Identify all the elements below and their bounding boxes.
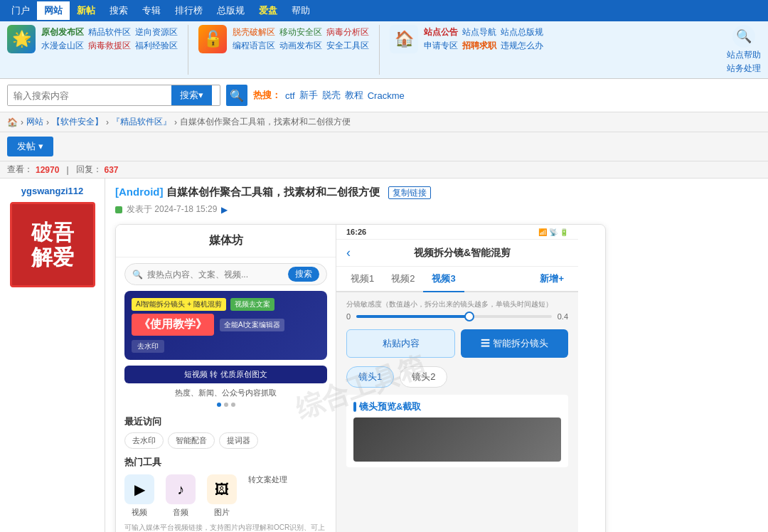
audio-icon[interactable]: ♪	[166, 474, 196, 504]
avatar-line1: 破吾	[31, 220, 74, 244]
nav-aipan[interactable]: 爱盘	[252, 1, 284, 20]
clip-tab-2[interactable]: 镜头2	[400, 366, 447, 388]
image-label: 图片	[214, 507, 230, 518]
stats-bar: 查看： 12970 | 回复： 637	[0, 161, 768, 179]
slider-track[interactable]	[356, 315, 552, 318]
post-title-row: [Android] 自媒体创作聚合工具箱，找素材和二创很方便 复制链接	[115, 186, 758, 199]
promo-virus[interactable]: 病毒分析区	[326, 26, 369, 38]
nav-newpost[interactable]: 新帖	[70, 1, 102, 20]
avatar-line2: 解爱	[31, 245, 74, 269]
hot-item-image: 🖼 图片	[207, 474, 237, 518]
image-icon[interactable]: 🖼	[207, 474, 237, 504]
avatar: 破吾 解爱	[10, 202, 95, 287]
promo-apply[interactable]: 申请专区	[424, 40, 458, 52]
breadcrumb-home[interactable]: 🏠	[7, 117, 18, 127]
promo-mobile[interactable]: 移动安全区	[279, 26, 322, 38]
promo-unpack[interactable]: 脱壳破解区	[233, 26, 275, 38]
split-btn[interactable]: ☰ 智能拆分镜头	[461, 329, 568, 358]
view-value: 12970	[36, 165, 59, 175]
promo-water[interactable]: 水漫金山区	[41, 40, 84, 52]
back-icon[interactable]: ‹	[346, 245, 351, 260]
promo-programming[interactable]: 编程语言区	[233, 40, 275, 52]
audio-label: 音频	[173, 507, 188, 518]
promo-reverse[interactable]: 逆向资源区	[135, 26, 178, 38]
search-input[interactable]	[8, 85, 171, 105]
main-layout: ygswangzi112 破吾 解爱 [Android] 自媒体创作聚合工具箱，…	[0, 179, 768, 532]
promo-second-icon: 🔓 脱壳破解区 移动安全区 病毒分析区 编程语言区 动画发布区 安全工具区	[198, 25, 369, 53]
promo-station-total[interactable]: 站点总版规	[501, 26, 543, 38]
signal-icon: 📶	[538, 228, 547, 236]
paste-btn[interactable]: 粘贴内容	[346, 329, 455, 358]
search-bar: 搜索▾ 🔍 热搜： ctf 新手 脱壳 教程 Crackme	[0, 79, 768, 112]
promo-premium[interactable]: 精品软件区	[88, 26, 131, 38]
nav-search[interactable]: 搜索	[102, 1, 135, 20]
phone-title-bar: ‹ 视频拆分镜&智能混剪	[336, 240, 578, 267]
nav-rules[interactable]: 总版规	[210, 1, 252, 20]
nav-portal[interactable]: 门户	[4, 1, 37, 20]
promo-lock-icon: 🔓	[198, 25, 227, 53]
hot-ctf[interactable]: ctf	[285, 90, 295, 101]
recent-watermark[interactable]: 去水印	[124, 432, 164, 449]
nav-rank[interactable]: 排行榜	[168, 1, 210, 20]
nav-album[interactable]: 专辑	[135, 1, 168, 20]
app-preview-card: 综合工具箱 媒体坊 🔍 搜索 AI智能拆分镜头 + 随机混剪 视频去文案	[115, 224, 606, 532]
copy-link-btn[interactable]: 复制链接	[388, 186, 431, 199]
app-search-btn[interactable]: 搜索	[288, 267, 319, 282]
promo-original[interactable]: 原创发布区	[41, 26, 84, 38]
station-process[interactable]: 站务处理	[727, 63, 761, 75]
nav-help[interactable]: 帮助	[284, 1, 317, 20]
hot-search: 热搜： ctf 新手 脱壳 教程 Crackme	[253, 89, 405, 102]
banner-main-btn[interactable]: 《使用教学》	[132, 314, 214, 336]
dot-3[interactable]	[231, 403, 235, 407]
search-icon-btn[interactable]: 🔍	[226, 85, 247, 106]
post-area: [Android] 自媒体创作聚合工具箱，找素材和二创很方便 复制链接 发表于 …	[105, 179, 768, 532]
dot-2[interactable]	[224, 403, 228, 407]
sensitivity-label: 分镜敏感度（数值越小，拆分出来的镜头越多，单镜头时间越短）	[346, 299, 568, 309]
slider-thumb[interactable]	[464, 312, 474, 321]
hot-desc: 可输入媒体平台视频链接，支持图片内容理解和OCR识别、可上传链接和文件均可。	[124, 522, 327, 532]
dot-1[interactable]	[217, 403, 221, 407]
app-search-input[interactable]	[147, 270, 284, 280]
recent-voice[interactable]: 智能配音	[168, 432, 215, 449]
promo-welfare[interactable]: 福利经验区	[135, 40, 178, 52]
hot-newbie[interactable]: 新手	[299, 89, 318, 102]
banner-tag-video: 视频去文案	[230, 298, 274, 311]
action-btns: 粘贴内容 ☰ 智能拆分镜头	[346, 329, 568, 358]
hot-tutorial[interactable]: 教程	[345, 89, 363, 102]
promo-station-notice[interactable]: 站点公告	[424, 26, 458, 38]
tab-video3[interactable]: 视频3	[423, 267, 464, 292]
recent-section: 最近访问 去水印 智能配音 提词器	[116, 413, 336, 453]
promo-virus-rescue[interactable]: 病毒救援区	[88, 40, 131, 52]
breadcrumb-premium[interactable]: 『精品软件区』	[112, 116, 171, 128]
banner-watermark-btn[interactable]: 去水印	[132, 340, 164, 353]
promo-left-icon: 🌟 原创发布区 精品软件区 逆向资源区 水漫金山区 病毒救援区 福利经验区	[7, 25, 178, 53]
post-title-text: 自媒体创作聚合工具箱，找素材和二创很方便	[166, 186, 380, 198]
phone-mock: 16:26 📶 📡 🔋 ‹ 视频拆分镜&智能混剪 视频1 视频2	[336, 225, 578, 532]
clip-tab-1[interactable]: 镜头1	[346, 366, 394, 388]
promo-violation[interactable]: 违规怎么办	[501, 40, 543, 52]
help-label[interactable]: 站点帮助	[727, 49, 761, 61]
promo-animation[interactable]: 动画发布区	[279, 40, 322, 52]
hot-unpack[interactable]: 脱壳	[322, 89, 341, 102]
search-dropdown-btn[interactable]: 搜索▾	[171, 85, 212, 105]
breadcrumb-software-security[interactable]: 【软件安全】	[52, 116, 103, 128]
hot-crackme[interactable]: Crackme	[368, 90, 405, 101]
recent-chips: 去水印 智能配音 提词器	[124, 432, 327, 449]
convert-bar[interactable]: 短视频 转 优质原创图文	[124, 366, 327, 383]
promo-security-tools[interactable]: 安全工具区	[326, 40, 369, 52]
tab-video1[interactable]: 视频1	[342, 267, 383, 291]
tab-video2[interactable]: 视频2	[383, 267, 423, 291]
tab-add[interactable]: 新增+	[531, 267, 572, 291]
recent-prompter[interactable]: 提词器	[219, 432, 258, 449]
video-icon[interactable]: ▶	[124, 474, 154, 504]
promo-recruit[interactable]: 招聘求职	[462, 40, 496, 52]
post-btn[interactable]: 发帖 ▾	[7, 137, 53, 156]
username[interactable]: ygswangzi112	[6, 186, 99, 196]
slider-max: 0.4	[558, 312, 568, 321]
green-dot	[115, 206, 122, 213]
app-banner: AI智能拆分镜头 + 随机混剪 视频去文案 《使用教学》 全能AI文案编辑器 去…	[124, 291, 327, 360]
help-icon[interactable]: 🔍	[732, 25, 755, 48]
breadcrumb-website[interactable]: 网站	[26, 116, 43, 128]
nav-website[interactable]: 网站	[37, 1, 70, 20]
promo-station-nav[interactable]: 站点导航	[462, 26, 496, 38]
